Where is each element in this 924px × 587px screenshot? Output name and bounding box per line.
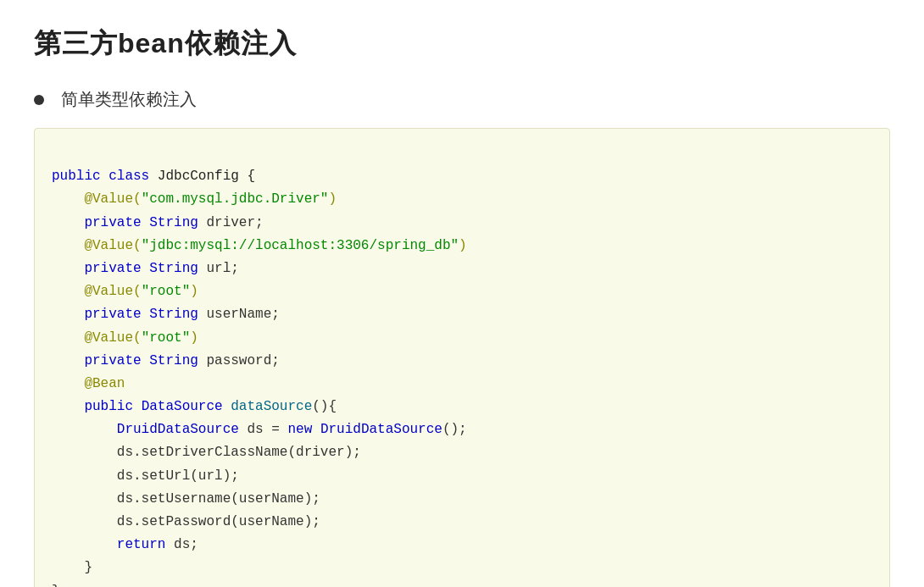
bullet-item: 简单类型依赖注入 [34,88,890,111]
page-title: 第三方bean依赖注入 [34,25,890,63]
code-block: public class JdbcConfig { @Value("com.my… [34,128,890,587]
bullet-text: 简单类型依赖注入 [61,88,197,111]
bullet-dot [34,95,44,105]
